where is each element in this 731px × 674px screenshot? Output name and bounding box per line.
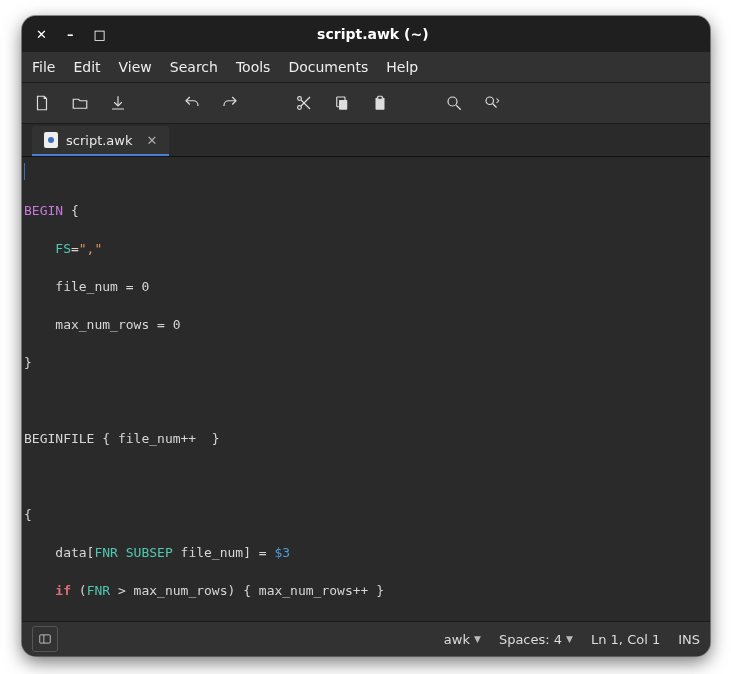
- svg-point-6: [448, 97, 457, 106]
- undo-icon[interactable]: [182, 93, 202, 113]
- indent-label: Spaces: 4: [499, 632, 562, 647]
- file-icon: [44, 132, 58, 148]
- code-token: FNR: [87, 583, 110, 598]
- close-icon[interactable]: ✕: [36, 27, 47, 42]
- code-token: }: [24, 355, 32, 370]
- code-token: > max_num_rows) { max_num_rows++ }: [110, 583, 384, 598]
- chevron-down-icon: ▼: [474, 634, 481, 644]
- code-token: BEGIN: [24, 203, 63, 218]
- code-token: if: [55, 583, 71, 598]
- code-token: [24, 241, 55, 256]
- statusbar: awk ▼ Spaces: 4 ▼ Ln 1, Col 1 INS: [22, 621, 710, 656]
- code-token: [24, 583, 55, 598]
- find-replace-icon[interactable]: [482, 93, 502, 113]
- document-tab[interactable]: script.awk ✕: [32, 126, 169, 156]
- menu-search[interactable]: Search: [170, 59, 218, 75]
- svg-point-1: [298, 97, 302, 101]
- code-token: (: [71, 583, 87, 598]
- open-file-icon[interactable]: [70, 93, 90, 113]
- code-token: SUBSEP: [126, 545, 173, 560]
- code-token: max_num_rows = 0: [24, 317, 181, 332]
- menu-documents[interactable]: Documents: [288, 59, 368, 75]
- tabbar: script.awk ✕: [22, 124, 710, 157]
- svg-point-7: [486, 97, 494, 105]
- code-token: FS: [55, 241, 71, 256]
- language-label: awk: [444, 632, 470, 647]
- indent-selector[interactable]: Spaces: 4 ▼: [499, 632, 573, 647]
- cursor-position[interactable]: Ln 1, Col 1: [591, 632, 660, 647]
- tab-label: script.awk: [66, 133, 133, 148]
- insert-mode[interactable]: INS: [678, 632, 700, 647]
- toolbar: [22, 83, 710, 124]
- menubar: File Edit View Search Tools Documents He…: [22, 52, 710, 83]
- search-icon[interactable]: [444, 93, 464, 113]
- code-token: =: [71, 241, 79, 256]
- position-label: Ln 1, Col 1: [591, 632, 660, 647]
- code-token: file_num] =: [173, 545, 275, 560]
- code-token: BEGINFILE { file_num++ }: [24, 431, 220, 446]
- menu-tools[interactable]: Tools: [236, 59, 271, 75]
- code-token: {: [63, 203, 79, 218]
- copy-icon[interactable]: [332, 93, 352, 113]
- code-token: ",": [79, 241, 102, 256]
- side-panel-toggle-icon[interactable]: [32, 626, 58, 652]
- code-token: data[: [24, 545, 94, 560]
- menu-help[interactable]: Help: [386, 59, 418, 75]
- code-token: {: [24, 507, 32, 522]
- menu-file[interactable]: File: [32, 59, 55, 75]
- svg-point-0: [298, 106, 302, 110]
- code-token: file_num = 0: [24, 279, 149, 294]
- language-selector[interactable]: awk ▼: [444, 632, 481, 647]
- code-editor[interactable]: BEGIN { FS="," file_num = 0 max_num_rows…: [22, 157, 710, 621]
- chevron-down-icon: ▼: [566, 634, 573, 644]
- code-token: [118, 545, 126, 560]
- editor-window: ✕ – □ script.awk (~) File Edit View Sear…: [22, 16, 710, 656]
- minimize-icon[interactable]: –: [67, 27, 74, 42]
- new-file-icon[interactable]: [32, 93, 52, 113]
- paste-icon[interactable]: [370, 93, 390, 113]
- code-token: $3: [274, 545, 290, 560]
- text-cursor: [24, 163, 25, 180]
- code-token: FNR: [94, 545, 117, 560]
- svg-rect-2: [339, 100, 347, 110]
- save-icon[interactable]: [108, 93, 128, 113]
- svg-rect-5: [378, 96, 383, 99]
- redo-icon[interactable]: [220, 93, 240, 113]
- svg-rect-8: [40, 635, 51, 643]
- window-title: script.awk (~): [106, 26, 640, 42]
- menu-view[interactable]: View: [119, 59, 152, 75]
- menu-edit[interactable]: Edit: [73, 59, 100, 75]
- titlebar: ✕ – □ script.awk (~): [22, 16, 710, 52]
- maximize-icon[interactable]: □: [93, 27, 105, 42]
- tab-close-icon[interactable]: ✕: [147, 133, 158, 148]
- mode-label: INS: [678, 632, 700, 647]
- cut-icon[interactable]: [294, 93, 314, 113]
